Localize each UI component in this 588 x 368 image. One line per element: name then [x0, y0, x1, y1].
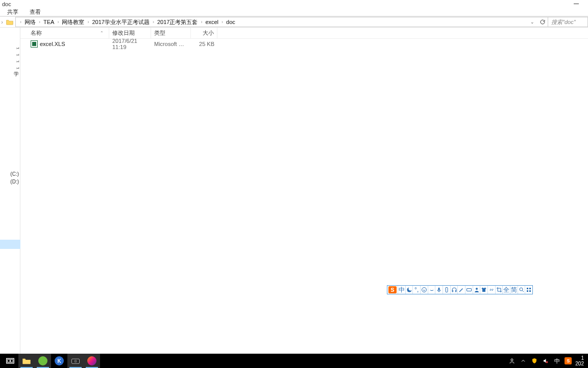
tray-zh-label: 中 — [554, 357, 560, 365]
search-input[interactable]: 搜索"doc" — [548, 17, 588, 27]
sogou-s-icon: S — [565, 357, 572, 364]
file-type-cell: Microsoft Excel ... — [151, 41, 191, 47]
green-circle-icon — [38, 356, 47, 365]
pin-icon[interactable] — [15, 57, 20, 62]
ime-search-icon[interactable] — [518, 286, 525, 294]
column-size[interactable]: 大小 — [191, 28, 217, 38]
tab-view[interactable]: 查看 — [30, 8, 41, 16]
column-date[interactable]: 修改日期 — [109, 28, 151, 38]
ime-grid-icon[interactable] — [525, 286, 532, 294]
chevron-right-icon: › — [153, 19, 154, 25]
crumb-doc[interactable]: doc — [226, 19, 235, 25]
pin-icon[interactable] — [15, 63, 20, 68]
crumb-network[interactable]: 网络 — [24, 18, 36, 26]
crumb-classroom[interactable]: 网络教室 — [62, 18, 84, 26]
ime-logo-icon[interactable]: S — [387, 286, 398, 294]
taskbar-app-green[interactable] — [35, 354, 51, 368]
ime-mic-icon[interactable] — [435, 286, 443, 294]
ime-zh-button[interactable]: 中 — [398, 286, 405, 294]
excel-file-icon — [31, 40, 38, 48]
ime-moon-icon[interactable] — [405, 286, 413, 294]
column-headers: 名称 ⌃ 修改日期 类型 大小 — [20, 28, 588, 39]
svg-rect-13 — [8, 359, 10, 362]
refresh-button[interactable] — [537, 17, 548, 27]
ime-link-icon[interactable] — [487, 286, 495, 294]
ime-person-icon[interactable] — [473, 286, 480, 294]
ime-punct-icon[interactable]: °, — [412, 286, 420, 294]
folder-icon — [22, 357, 31, 364]
ime-keyboard-icon[interactable] — [465, 286, 473, 294]
sidebar-drive-d[interactable]: (D:) — [0, 179, 20, 185]
file-date-cell: 2017/6/21 11:19 — [109, 38, 151, 50]
tray-volume-icon[interactable] — [542, 357, 550, 365]
column-type[interactable]: 类型 — [151, 28, 191, 38]
k-app-icon: K — [55, 356, 64, 365]
tray-shield-icon[interactable] — [530, 357, 538, 365]
svg-rect-10 — [527, 290, 528, 292]
file-size-cell: 25 KB — [191, 41, 217, 47]
ime-simplified-button[interactable]: 简 — [510, 286, 518, 294]
sidebar-drive-c[interactable]: (C:) — [0, 171, 20, 177]
svg-point-17 — [511, 359, 513, 361]
ime-headphone-icon[interactable] — [450, 286, 458, 294]
taskview-button[interactable] — [2, 354, 18, 368]
chevron-right-icon: › — [39, 19, 40, 25]
ime-shirt-icon[interactable] — [480, 286, 487, 294]
svg-rect-14 — [11, 359, 13, 362]
column-name[interactable]: 名称 ⌃ — [28, 28, 109, 38]
tray-people-icon[interactable] — [508, 357, 516, 365]
ime-phone-icon[interactable] — [443, 286, 450, 294]
camera-icon — [71, 357, 80, 364]
chevron-right-icon: › — [201, 19, 202, 25]
ime-pen-icon[interactable] — [457, 286, 465, 294]
crumb-tea[interactable]: TEA — [43, 19, 54, 25]
sidebar-group-label[interactable]: 学 — [0, 71, 20, 77]
svg-rect-9 — [529, 288, 531, 289]
pin-icon[interactable] — [15, 43, 20, 49]
taskbar-firefox[interactable] — [84, 354, 100, 368]
tray-chevron-up-icon[interactable] — [519, 357, 527, 365]
nav-back-chevron[interactable]: › — [0, 19, 4, 25]
column-type-label: 类型 — [154, 29, 165, 37]
file-name-label: excel.XLS — [40, 41, 65, 47]
taskview-icon — [6, 357, 14, 364]
breadcrumb[interactable]: › 网络 › TEA › 网络教室 › 2017学业水平正考试题 › 2017正… — [15, 17, 528, 27]
taskbar-app-k[interactable]: K — [51, 354, 67, 368]
svg-rect-5 — [467, 289, 471, 291]
column-name-label: 名称 — [31, 29, 42, 37]
taskbar-clock[interactable]: 1 202 — [575, 355, 584, 366]
column-date-label: 修改日期 — [112, 29, 135, 37]
minimize-button[interactable] — [568, 0, 585, 8]
crumb-excel[interactable]: excel — [205, 19, 218, 25]
nav-sidebar: 学 (C:) (D:) — [0, 28, 20, 354]
chevron-right-icon: › — [87, 19, 89, 25]
tab-share[interactable]: 共享 — [7, 8, 18, 16]
pin-icon[interactable] — [15, 50, 20, 55]
file-row[interactable]: excel.XLS 2017/6/21 11:19 Microsoft Exce… — [20, 39, 588, 49]
ime-smile-icon[interactable] — [420, 286, 428, 294]
address-bar: › › 网络 › TEA › 网络教室 › 2017学业水平正考试题 › 201… — [0, 16, 588, 28]
crumb-exam2017[interactable]: 2017学业水平正考试题 — [92, 18, 149, 26]
tray-ime-zh[interactable]: 中 — [553, 357, 561, 365]
taskbar-explorer[interactable] — [18, 354, 35, 368]
address-dropdown[interactable]: ⌄ — [528, 17, 537, 27]
taskbar-app-cam[interactable] — [67, 354, 84, 368]
ime-full-button[interactable]: 全 — [502, 286, 510, 294]
svg-point-0 — [422, 288, 426, 292]
crumb-set5[interactable]: 2017正考第五套 — [157, 18, 198, 26]
refresh-icon — [540, 19, 546, 25]
chevron-right-icon: › — [57, 19, 59, 25]
ime-crop-icon[interactable] — [495, 286, 503, 294]
main-area: 学 (C:) (D:) 名称 ⌃ 修改日期 类型 大小 excel.XLS 20… — [0, 28, 588, 354]
ime-logo-letter: S — [388, 286, 397, 293]
ime-comma-icon[interactable]: ⌣ — [428, 286, 435, 294]
svg-point-7 — [520, 288, 523, 291]
tray-sogou-icon[interactable]: S — [564, 357, 572, 365]
svg-rect-8 — [527, 288, 528, 289]
svg-point-16 — [74, 360, 77, 363]
ime-toolbar[interactable]: S 中 °, ⌣ 全 简 — [387, 285, 533, 294]
titlebar: doc — [0, 0, 588, 8]
clock-date: 202 — [575, 361, 584, 366]
svg-point-2 — [425, 289, 425, 290]
chevron-right-icon: › — [222, 19, 223, 25]
